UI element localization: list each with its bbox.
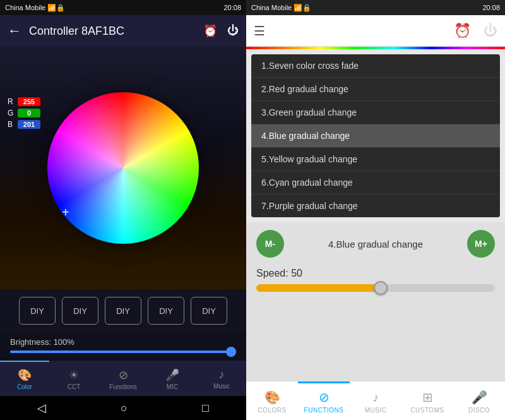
music-nav-icon: ♪: [372, 390, 379, 405]
functions-icon: ⊘: [119, 368, 128, 382]
status-right-left: 20:08: [223, 4, 241, 11]
status-bar-right: China Mobile 📶🔒 20:08: [246, 0, 505, 15]
brightness-row: Brightness: 100%: [0, 332, 246, 361]
nav-functions-right[interactable]: ⊘ FUNCTIONS: [298, 381, 350, 420]
customs-icon: ⊞: [422, 390, 433, 405]
power-icon-right[interactable]: ⏻: [484, 23, 497, 39]
music-icon: ♪: [219, 368, 225, 381]
function-item-4[interactable]: 4.Blue gradual change: [251, 124, 500, 148]
diy-button-2[interactable]: DIY: [62, 297, 98, 325]
right-panel-inner: 1.Seven color cross fade 2.Red gradual c…: [246, 49, 505, 420]
nav-cct[interactable]: ☀ CCT: [49, 361, 98, 396]
nav-music[interactable]: ♪ Music: [197, 361, 246, 396]
android-recents[interactable]: □: [202, 402, 209, 415]
nav-colors-label: COLORS: [258, 407, 286, 414]
cct-icon: ☀: [69, 368, 79, 382]
mic-icon: 🎤: [165, 368, 179, 382]
header-right: ☰ ⏰ ⏻: [246, 15, 505, 47]
brightness-thumb[interactable]: [226, 347, 236, 357]
left-panel: China Mobile 📶🔒 20:08 ← Controller 8AF1B…: [0, 0, 246, 420]
r-value: 255: [18, 97, 40, 106]
speed-slider[interactable]: [256, 284, 495, 292]
current-mode-label: 4.Blue gradual change: [292, 239, 460, 249]
brightness-fill: [10, 351, 236, 353]
nav-music-label: Music: [213, 383, 230, 390]
nav-color[interactable]: 🎨 Color: [0, 361, 49, 396]
time-right: 20:08: [482, 4, 500, 11]
nav-cct-label: CCT: [68, 383, 81, 390]
android-nav-left: ◁ ○ □: [0, 396, 246, 420]
nav-functions[interactable]: ⊘ Functions: [98, 361, 148, 396]
brightness-label: Brightness: 100%: [10, 337, 236, 347]
header-right-icons: ⏰ ⏻: [454, 23, 497, 39]
g-value: 0: [18, 109, 40, 117]
color-wheel-container[interactable]: R 255 G 0 B 201 +: [0, 47, 246, 289]
rgb-b-row: B 201: [8, 120, 40, 129]
android-home[interactable]: ○: [121, 402, 128, 415]
back-button[interactable]: ←: [8, 23, 21, 39]
speed-label: Speed: 50: [256, 268, 495, 279]
header-left: ← Controller 8AF1BC ⏰ ⏻: [0, 15, 246, 47]
function-item-5[interactable]: 5.Yellow gradual change: [251, 148, 500, 171]
menu-icon[interactable]: ☰: [254, 23, 265, 39]
colors-icon: 🎨: [264, 390, 280, 405]
r-label: R: [8, 97, 15, 106]
signal-icons-right: 📶🔒: [294, 4, 311, 11]
nav-customs-label: CUSTOMS: [410, 407, 444, 414]
controls-area: M- 4.Blue gradual change M+ Speed: 50: [246, 222, 505, 381]
mode-row: M- 4.Blue gradual change M+: [256, 230, 495, 258]
power-button[interactable]: ⏻: [227, 24, 239, 38]
carrier-right: China Mobile 📶🔒: [251, 4, 311, 12]
nav-customs-right[interactable]: ⊞ CUSTOMS: [401, 381, 453, 420]
nav-music-right[interactable]: ♪ MUSIC: [350, 381, 401, 420]
alarm-icon-right[interactable]: ⏰: [454, 23, 471, 39]
nav-disco-label: DISCO: [468, 407, 490, 414]
diy-button-1[interactable]: DIY: [19, 297, 56, 325]
controller-title: Controller 8AF1BC: [29, 25, 196, 38]
nav-mic-label: MIC: [167, 383, 178, 390]
speed-thumb[interactable]: [374, 281, 388, 295]
mode-plus-button[interactable]: M+: [467, 230, 495, 258]
carrier-text-right: China Mobile: [251, 4, 292, 11]
alarm-button[interactable]: ⏰: [203, 24, 217, 38]
diy-row: DIY DIY DIY DIY DIY: [0, 289, 246, 332]
function-item-1[interactable]: 1.Seven color cross fade: [251, 54, 500, 78]
brightness-slider[interactable]: [10, 351, 236, 353]
functions-nav-icon: ⊘: [319, 390, 330, 405]
carrier-text-left: China Mobile: [5, 4, 45, 11]
mode-minus-button[interactable]: M-: [256, 230, 284, 258]
status-carrier-left: China Mobile 📶🔒: [5, 4, 65, 12]
color-wheel[interactable]: [47, 92, 199, 244]
nav-music-right-label: MUSIC: [365, 407, 387, 414]
function-item-3[interactable]: 3.Green gradual change: [251, 101, 500, 124]
rgb-g-row: G 0: [8, 109, 40, 117]
rgb-r-row: R 255: [8, 97, 40, 106]
g-label: G: [8, 109, 15, 117]
nav-mic[interactable]: 🎤 MIC: [148, 361, 197, 396]
bottom-nav-left: 🎨 Color ☀ CCT ⊘ Functions 🎤 MIC ♪ Music: [0, 361, 246, 396]
status-bar-left: China Mobile 📶🔒 20:08: [0, 0, 246, 15]
function-item-6[interactable]: 6.Cyan gradual change: [251, 171, 500, 195]
signal-icons-left: 📶🔒: [47, 4, 65, 12]
nav-disco-right[interactable]: 🎤 DISCO: [453, 381, 505, 420]
nav-colors-right[interactable]: 🎨 COLORS: [246, 381, 298, 420]
nav-functions-label: Functions: [109, 383, 136, 390]
color-crosshair: +: [62, 205, 69, 220]
function-item-7[interactable]: 7.Purple gradual change: [251, 195, 500, 217]
b-label: B: [8, 120, 15, 129]
nav-color-label: Color: [17, 383, 32, 390]
bottom-nav-right: 🎨 COLORS ⊘ FUNCTIONS ♪ MUSIC ⊞ CUSTOMS 🎤…: [246, 381, 505, 420]
nav-functions-right-label: FUNCTIONS: [304, 407, 344, 414]
functions-list: 1.Seven color cross fade 2.Red gradual c…: [251, 54, 500, 217]
android-back[interactable]: ◁: [37, 401, 46, 415]
diy-button-3[interactable]: DIY: [105, 297, 141, 325]
status-time-left: 20:08: [223, 4, 241, 11]
diy-button-5[interactable]: DIY: [191, 297, 227, 325]
speed-fill: [256, 284, 388, 292]
rgb-indicators: R 255 G 0 B 201: [8, 97, 40, 129]
function-item-2[interactable]: 2.Red gradual change: [251, 78, 500, 101]
header-icons: ⏰ ⏻: [203, 24, 239, 38]
diy-button-4[interactable]: DIY: [148, 297, 184, 325]
disco-icon: 🎤: [472, 390, 487, 405]
b-value: 201: [18, 120, 40, 129]
